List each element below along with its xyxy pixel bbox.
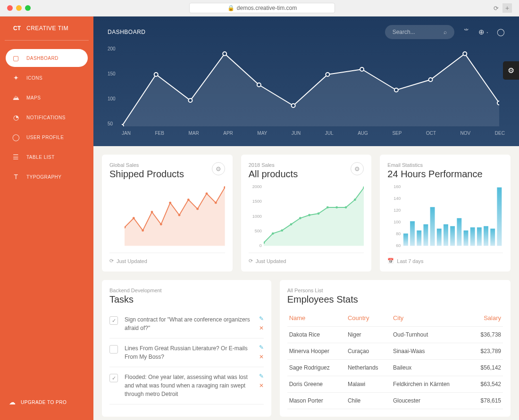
svg-point-9 — [429, 78, 433, 82]
gear-icon: ⚙ — [216, 165, 221, 173]
table-header: Country — [346, 310, 391, 327]
svg-rect-42 — [444, 224, 448, 246]
new-tab-button[interactable]: + — [502, 3, 512, 13]
edit-icon[interactable]: ✎ — [259, 344, 264, 351]
svg-point-29 — [308, 214, 310, 216]
svg-point-33 — [344, 206, 347, 209]
svg-point-21 — [206, 192, 208, 195]
settings-float-button[interactable]: ⚙ — [503, 61, 519, 80]
cloud-download-icon: ☁ — [8, 398, 16, 406]
svg-point-14 — [142, 229, 144, 231]
card-title: Employees Stats — [287, 294, 503, 305]
sidebar-item-typography[interactable]: TTYPOGRAPHY — [6, 168, 88, 186]
card-shipped: Global Sales Shipped Products ⚙ ⟳Just Up… — [102, 155, 233, 272]
table-row: Doris GreeneMalawiFeldkirchen in Kärnten… — [287, 376, 503, 393]
svg-point-27 — [290, 223, 292, 225]
edit-icon[interactable]: ✎ — [259, 373, 264, 379]
card-title: Tasks — [109, 294, 264, 305]
gear-icon: ⚙ — [508, 66, 514, 74]
nav-label: MAPS — [26, 95, 41, 100]
table-row: Dakota RiceNigerOud-Turnhout$36,738 — [287, 327, 503, 343]
svg-point-2 — [188, 99, 192, 102]
window-close-icon[interactable] — [7, 5, 13, 11]
page-title: DASHBOARD — [108, 29, 146, 35]
table-row: Minerva HooperCuraçaoSinaai-Waas$23,789 — [287, 343, 503, 360]
task-row: ✓Flooded: One year later, assessing what… — [109, 367, 264, 404]
nav-icon: T — [12, 173, 20, 181]
card-overline: Email Statistics — [387, 162, 503, 168]
delete-icon[interactable]: ✕ — [259, 382, 264, 389]
sidebar-item-table-list[interactable]: ☰TABLE LIST — [6, 148, 88, 166]
svg-point-20 — [196, 208, 199, 210]
card-employees: All Persons List Employees Stats NameCou… — [280, 280, 511, 417]
nav-icon: ▢ — [12, 54, 20, 62]
nav-icon: ◯ — [12, 133, 20, 141]
reload-icon[interactable]: ⟳ — [494, 5, 499, 12]
sidebar: CT CREATIVE TIM ▢DASHBOARD✦ICONS⛰MAPS◔NO… — [0, 16, 93, 420]
sidebar-item-icons[interactable]: ✦ICONS — [6, 69, 88, 87]
svg-point-28 — [299, 217, 301, 219]
window-maximize-icon[interactable] — [25, 5, 31, 11]
upgrade-button[interactable]: ☁ UPGRADE TO PRO — [0, 393, 93, 412]
sidebar-item-maps[interactable]: ⛰MAPS — [6, 89, 88, 107]
svg-rect-47 — [477, 227, 482, 246]
svg-rect-39 — [424, 224, 428, 246]
window-minimize-icon[interactable] — [16, 5, 22, 11]
activity-icon[interactable]: ⺌ — [463, 28, 470, 37]
card-settings-button[interactable]: ⚙ — [212, 162, 225, 175]
svg-point-10 — [463, 52, 467, 56]
card-title: All products — [249, 169, 298, 180]
svg-rect-40 — [430, 207, 435, 246]
sidebar-item-user-profile[interactable]: ◯USER PROFILE — [6, 128, 88, 146]
svg-rect-38 — [417, 231, 422, 246]
delete-icon[interactable]: ✕ — [259, 354, 264, 360]
lock-icon: 🔒 — [227, 5, 234, 11]
table-header: Name — [287, 310, 346, 327]
svg-point-7 — [360, 67, 364, 71]
nav-icon: ◔ — [12, 114, 20, 121]
nav-label: DASHBOARD — [26, 56, 59, 61]
task-checkbox[interactable] — [109, 345, 118, 354]
refresh-icon: ⟳ — [249, 258, 253, 264]
delete-icon[interactable]: ✕ — [259, 325, 264, 331]
search-icon: ⌕ — [444, 29, 447, 35]
globe-icon[interactable]: ⊕ · — [478, 28, 488, 36]
user-icon[interactable]: ◯ — [497, 28, 505, 36]
card-footer: Just Updated — [117, 258, 147, 264]
nav-icon: ✦ — [12, 74, 20, 82]
svg-rect-48 — [484, 226, 488, 246]
svg-rect-36 — [403, 233, 408, 246]
brand-logo: CT — [13, 25, 21, 32]
brand[interactable]: CT CREATIVE TIM — [5, 25, 89, 41]
card-footer: Just Updated — [256, 258, 286, 264]
upgrade-label: UPGRADE TO PRO — [21, 400, 67, 405]
brand-label: CREATIVE TIM — [26, 25, 68, 32]
edit-icon[interactable]: ✎ — [259, 315, 264, 322]
task-text: Flooded: One year later, assessing what … — [125, 373, 252, 398]
svg-point-25 — [272, 232, 274, 235]
svg-point-34 — [354, 198, 356, 201]
svg-point-30 — [317, 213, 319, 215]
svg-point-17 — [169, 202, 171, 204]
nav-icon: ⛰ — [12, 94, 20, 101]
table-row: Sage RodriguezNetherlandsBaileux$56,142 — [287, 360, 503, 376]
svg-rect-46 — [470, 227, 475, 246]
sidebar-item-notifications[interactable]: ◔NOTIFICATIONS — [6, 108, 88, 126]
task-row: ✓Sign contract for "What are conference … — [109, 310, 264, 338]
svg-point-0 — [122, 124, 124, 126]
card-settings-button[interactable]: ⚙ — [351, 162, 364, 175]
sidebar-item-dashboard[interactable]: ▢DASHBOARD — [6, 49, 88, 67]
svg-point-16 — [160, 223, 162, 225]
task-checkbox[interactable]: ✓ — [109, 374, 118, 382]
url-bar[interactable]: 🔒 demos.creative-tim.com — [189, 3, 335, 13]
task-text: Lines From Great Russian Literature? Or … — [125, 344, 252, 361]
svg-point-26 — [281, 229, 283, 231]
task-checkbox[interactable]: ✓ — [109, 316, 118, 325]
card-overline: Global Sales — [109, 162, 184, 168]
nav-label: TYPOGRAPHY — [26, 174, 61, 180]
hero-panel: DASHBOARD Search... ⌕ ⺌ ⊕ · ◯ ⚙ 20015010… — [93, 16, 519, 146]
search-input[interactable]: Search... ⌕ — [385, 25, 454, 39]
card-performance: Email Statistics 24 Hours Performance 16… — [380, 155, 511, 272]
card-products: 2018 Sales All products ⚙ 20001500100050… — [241, 155, 372, 272]
browser-chrome: 🔒 demos.creative-tim.com ⟳ + — [0, 0, 519, 16]
